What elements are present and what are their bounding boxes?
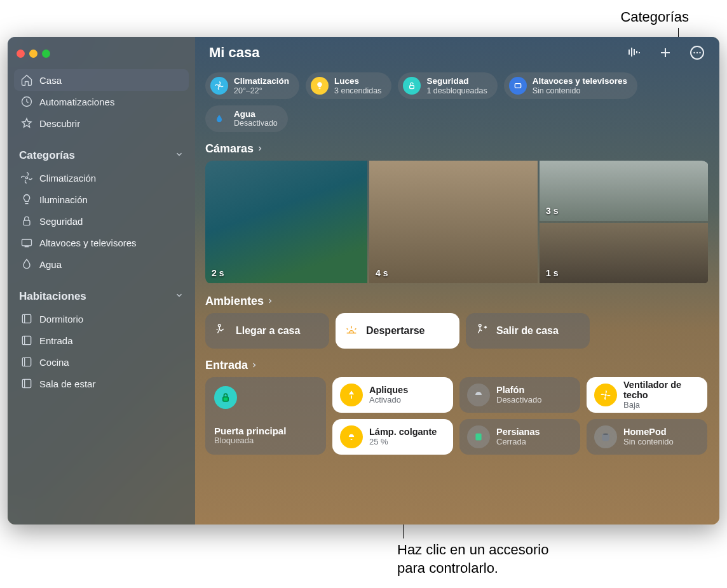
sidebar-item-home[interactable]: Casa <box>14 69 189 91</box>
chevron-right-icon <box>256 145 264 152</box>
chip-security[interactable]: Seguridad 1 desbloqueadas <box>398 72 497 99</box>
category-chips: Climatización 20°–22° Luces 3 encendidas… <box>195 66 719 133</box>
tile-homepod[interactable]: HomePod Sin contenido <box>587 419 707 455</box>
svg-point-9 <box>693 52 695 53</box>
fullscreen-window-button[interactable] <box>42 50 50 58</box>
sidebar-item-water[interactable]: Agua <box>14 253 189 275</box>
lamp-icon <box>340 384 363 406</box>
callout-accessory: Haz clic en un accesorio para controlarl… <box>397 541 548 577</box>
ceiling-light-icon <box>467 384 490 406</box>
sidebar-room-living[interactable]: Sala de estar <box>14 373 189 394</box>
sidebar-item-label: Agua <box>39 259 62 270</box>
svg-point-10 <box>696 52 698 53</box>
sidebar-section-rooms[interactable]: Habitaciones <box>8 284 195 305</box>
leave-icon <box>475 323 489 339</box>
star-icon <box>20 117 33 130</box>
svg-rect-2 <box>24 220 30 225</box>
tv-icon <box>20 236 33 249</box>
more-button[interactable] <box>689 44 705 61</box>
tile-ceiling-fan[interactable]: Ventilador de techo Baja <box>587 377 707 413</box>
room-icon <box>20 334 33 347</box>
tile-sconces[interactable]: Apliques Activado <box>332 377 453 413</box>
svg-point-15 <box>218 324 221 327</box>
sidebar-item-lighting[interactable]: Iluminación <box>14 189 189 210</box>
svg-point-11 <box>699 52 700 53</box>
bulb-icon <box>20 193 33 206</box>
page-title: Mi casa <box>209 44 260 61</box>
chip-lights[interactable]: Luces 3 encendidas <box>306 72 391 99</box>
tile-title: HomePod <box>623 427 674 438</box>
sidebar-room-kitchen[interactable]: Cocina <box>14 351 189 373</box>
scenes-header[interactable]: Ambientes <box>205 295 709 308</box>
sidebar-item-label: Seguridad <box>39 216 83 227</box>
chip-title: Seguridad <box>426 76 487 86</box>
drop-icon <box>20 258 33 271</box>
room-header[interactable]: Entrada <box>205 359 709 372</box>
chevron-right-icon <box>250 361 258 369</box>
tile-title: Lámp. colgante <box>369 427 437 438</box>
room-section: Entrada Puerta principal Bloqueada Apliq… <box>195 350 719 456</box>
chip-sub: 20°–22° <box>234 86 289 95</box>
intercom-icon[interactable] <box>625 44 642 61</box>
lock-icon <box>214 386 237 409</box>
chip-title: Agua <box>234 109 278 119</box>
svg-point-20 <box>603 433 608 435</box>
sidebar-item-discover[interactable]: Descubrir <box>14 112 189 134</box>
chip-speakers[interactable]: Altavoces y televisores Sin contenido <box>504 72 637 99</box>
sidebar-room-bedroom[interactable]: Dormitorio <box>14 308 189 330</box>
scene-wake[interactable]: Despertarse <box>336 313 459 349</box>
chip-water[interactable]: Agua Desactivado <box>205 105 288 132</box>
tile-pendant-lamp[interactable]: Lámp. colgante 25 % <box>332 419 453 455</box>
tile-sub: Sin contenido <box>623 438 674 447</box>
minimize-window-button[interactable] <box>29 50 37 58</box>
sidebar-categories: Climatización Iluminación Seguridad Alta… <box>8 164 195 284</box>
chip-text: Agua Desactivado <box>234 109 278 128</box>
house-icon <box>20 74 33 86</box>
camera-tile-pool[interactable]: 2 s <box>205 161 367 283</box>
camera-grid: 2 s 3 s 4 s 1 s <box>205 161 709 284</box>
tile-title: Persianas <box>496 427 540 438</box>
camera-tile-bedroom[interactable]: 1 s <box>540 223 708 283</box>
scene-label: Llegar a casa <box>236 325 300 337</box>
drop-icon <box>210 110 228 128</box>
chip-title: Luces <box>334 76 381 86</box>
scene-label: Despertarse <box>366 325 425 337</box>
sidebar-item-climate[interactable]: Climatización <box>14 167 189 189</box>
tv-icon <box>509 77 527 95</box>
add-button[interactable] <box>657 44 674 61</box>
tile-front-door[interactable]: Puerta principal Bloqueada <box>205 377 326 455</box>
tile-sub: 25 % <box>369 438 437 447</box>
tile-ceiling-light[interactable]: Plafón Desactivado <box>459 377 580 413</box>
lock-icon <box>403 77 421 95</box>
camera-tile-street[interactable]: 3 s <box>540 161 708 221</box>
scene-leave[interactable]: Salir de casa <box>466 313 590 349</box>
svg-rect-13 <box>410 85 414 88</box>
sidebar-item-automations[interactable]: Automatizaciones <box>14 91 189 112</box>
camera-timestamp: 4 s <box>376 268 388 278</box>
scene-arrive[interactable]: Llegar a casa <box>205 313 329 349</box>
bulb-icon <box>311 77 329 95</box>
fan-icon <box>210 77 228 95</box>
svg-rect-17 <box>223 397 228 401</box>
sidebar-item-label: Altavoces y televisores <box>39 237 137 248</box>
sidebar-room-entry[interactable]: Entrada <box>14 330 189 351</box>
sidebar-item-security[interactable]: Seguridad <box>14 210 189 232</box>
clock-icon <box>20 95 33 108</box>
tile-blinds[interactable]: Persianas Cerrada <box>459 419 580 455</box>
chip-climate[interactable]: Climatización 20°–22° <box>205 72 299 99</box>
sidebar-nav: Casa Automatizaciones Descubrir <box>8 67 195 143</box>
section-title: Ambientes <box>205 295 264 308</box>
chevron-down-icon <box>175 149 184 162</box>
app-window: Casa Automatizaciones Descubrir Categorí… <box>8 37 719 525</box>
sidebar-rooms: Dormitorio Entrada Cocina Sala de estar <box>8 305 195 403</box>
sidebar-section-label: Categorías <box>19 149 75 162</box>
window-controls <box>8 43 195 67</box>
sidebar-item-speakers-tv[interactable]: Altavoces y televisores <box>14 232 189 253</box>
tile-title: Plafón <box>496 385 542 396</box>
cameras-header[interactable]: Cámaras <box>205 142 709 156</box>
scenes-row: Llegar a casa Despertarse Salir de casa <box>205 313 709 349</box>
camera-tile-living[interactable]: 4 s <box>369 161 538 283</box>
sidebar-item-label: Sala de estar <box>39 378 95 389</box>
sidebar-section-categories[interactable]: Categorías <box>8 143 195 164</box>
close-window-button[interactable] <box>17 50 25 58</box>
